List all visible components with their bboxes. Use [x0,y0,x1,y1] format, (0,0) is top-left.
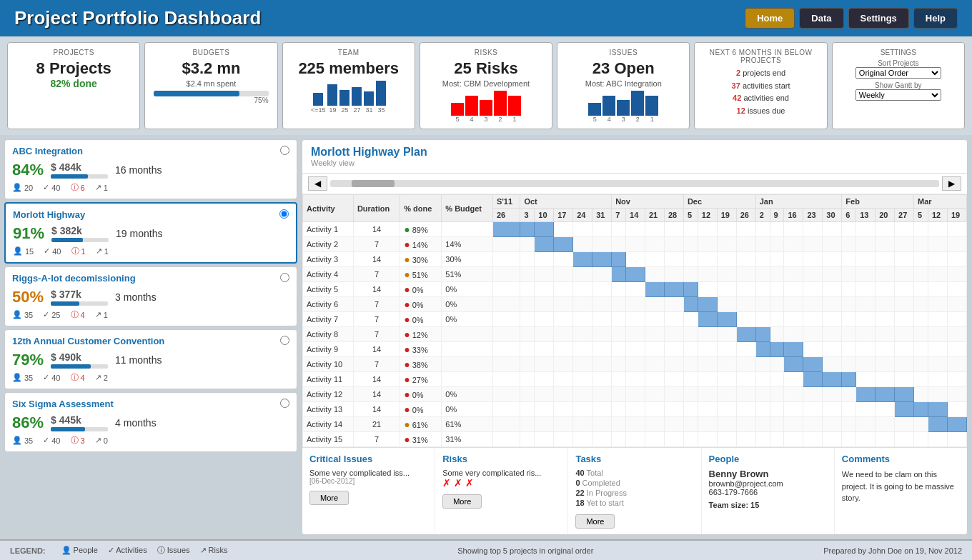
comment-text: We need to be clam on this project. It i… [842,469,960,504]
budget-bar-4 [51,427,108,431]
team-size: Team size: 15 [709,501,827,509]
show-gantt-select[interactable]: Weekly Monthly Daily [856,89,941,101]
critical-issues-date: [06-Dec-2012] [309,477,427,485]
projects-label: PROJECTS [16,49,131,56]
risks-panel: Risks Some very complicated ris... ✗ ✗ ✗… [435,448,568,534]
team-bar-4: 27 [352,87,362,114]
gantt-row: Activity 67● 0%0% [303,297,967,312]
settings-panel-label: SETTINGS [841,49,956,56]
col-activity: Activity [303,195,354,222]
month-dec: Dec [683,195,755,209]
team-bar-2: 19 [327,84,337,114]
footer-right: Prepared by John Doe on 19, Nov 2012 [823,546,962,555]
budgets-label: BUDGETS [154,49,268,56]
next6months-card: Next 6 months in below projects 2 projec… [694,42,827,129]
legend-issues: ⓘ Issues [157,545,190,556]
risks-panel-icons: ✗ ✗ ✗ [442,477,560,489]
gantt-title: Morlott Highway Plan [311,146,958,159]
project-duration-3: 11 months [115,354,162,366]
footer-center: Showing top 5 projects in original order [457,546,593,555]
project-radio-3[interactable] [280,336,289,345]
legend-label: LEGEND: [10,546,46,555]
legend: LEGEND: 👤 People ✓ Activities ⓘ Issues ↗… [10,545,228,556]
tasks-panel-title: Tasks [575,454,693,464]
project-radio-4[interactable] [280,399,289,408]
risks-panel-more-button[interactable]: More [442,494,482,509]
risk-bars: 5 4 3 2 1 [429,91,543,123]
summary-bar: PROJECTS 8 Projects 82% done BUDGETS $3.… [0,36,972,135]
project-name-4: Six Sigma Assessment [12,399,280,409]
tasks-panel-more-button[interactable]: More [575,514,615,529]
project-budget-0: $ 484k [51,161,108,173]
project-card-1[interactable]: Morlott Highway 91% $ 382k 19 months 👤 1… [4,202,297,264]
team-bar-3: 25 [339,90,349,114]
col-duration: Duration [353,195,400,222]
team-bars: <=15 19 25 27 31 35 [292,81,406,114]
projects-done: 82% done [16,78,131,89]
project-duration-1: 19 months [116,228,162,239]
team-value: 225 members [292,59,406,78]
budget-bar-1 [51,238,109,242]
legend-activities: ✓ Activities [108,546,147,555]
project-duration-2: 3 months [115,291,157,303]
project-radio-1[interactable] [279,209,289,219]
critical-issues-more-button[interactable]: More [309,491,349,505]
gantt-row: Activity 77● 0%0% [303,312,967,327]
gantt-header: Morlott Highway Plan Weekly view [302,140,967,174]
settings-button[interactable]: Settings [848,8,909,29]
gantt-row: Activity 114● 89% [303,222,967,237]
comments-panel: Comments We need to be clam on this proj… [835,448,967,534]
col-pct-done: % done [400,195,442,222]
month-jan: Jan [755,195,842,209]
project-name-3: 12th Annual Customer Convention [12,336,280,346]
issues-sub: Most: ABC Integration [566,79,680,88]
project-radio-2[interactable] [280,273,289,282]
page-title: Project Portfolio Dashboard [14,7,261,29]
projects-summary-card: PROJECTS 8 Projects 82% done [7,42,140,129]
risks-summary-card: RISKS 25 Risks Most: CBM Development 5 4… [420,42,552,129]
home-button[interactable]: Home [745,8,795,29]
gantt-next-button[interactable]: ▶ [942,176,961,191]
risks-sub: Most: CBM Development [429,79,543,88]
project-name-2: Riggs-A-lot decomissioning [12,273,280,284]
project-radio-0[interactable] [280,146,289,155]
team-bar-6: 35 [376,81,386,114]
people-panel-title: People [709,454,827,464]
budgets-bar [154,91,268,96]
project-card-4[interactable]: Six Sigma Assessment 86% $ 445k 4 months… [4,392,297,452]
project-card-3[interactable]: 12th Annual Customer Convention 79% $ 49… [4,329,297,389]
header: Project Portfolio Dashboard Home Data Se… [0,0,972,36]
gantt-row: Activity 914● 33% [303,342,967,357]
comments-panel-title: Comments [842,454,960,464]
gantt-prev-button[interactable]: ◀ [308,176,327,191]
header-nav: Home Data Settings Help [745,8,958,29]
team-summary-card: TEAM 225 members <=15 19 25 27 31 35 [282,42,415,129]
data-button[interactable]: Data [799,8,843,29]
budgets-sub: $2.4 mn spent [154,79,268,88]
budgets-summary-card: BUDGETS $3.2 mn $2.4 mn spent 75% [144,42,277,129]
gantt-row: Activity 27● 14%14% [303,237,967,252]
team-bar-1: <=15 [311,93,326,114]
gantt-scrollbar[interactable] [330,180,939,187]
project-duration-4: 4 months [115,417,157,429]
gantt-row: Activity 314● 30%30% [303,252,967,267]
gantt-row: Activity 1214● 0%0% [303,387,967,402]
bottom-section: Critical Issues Some very complicated is… [302,447,967,534]
help-button[interactable]: Help [913,8,958,29]
sort-projects-select[interactable]: Original Order Name % Done [856,67,941,79]
month-mar: Mar [914,195,967,209]
gantt-scroll-area[interactable]: Activity Duration % done % Budget S'11 O… [302,194,967,447]
risks-value: 25 Risks [429,59,543,78]
footer: LEGEND: 👤 People ✓ Activities ⓘ Issues ↗… [0,539,972,560]
team-bar-5: 31 [364,91,374,114]
next6months-label: Next 6 months in below projects [703,49,818,64]
project-card-0[interactable]: ABC Integration 84% $ 484k 16 months 👤 2… [4,139,297,199]
budget-bar-2 [51,301,108,306]
gantt-subtitle: Weekly view [311,159,958,167]
month-feb: Feb [842,195,914,209]
issues-value: 23 Open [566,59,680,78]
gantt-body: Activity 114● 89%Activity 27● 14%14%Acti… [303,222,967,447]
month-nov: Nov [612,195,684,209]
main-content: ABC Integration 84% $ 484k 16 months 👤 2… [0,135,972,539]
project-card-2[interactable]: Riggs-A-lot decomissioning 50% $ 377k 3 … [4,266,297,326]
